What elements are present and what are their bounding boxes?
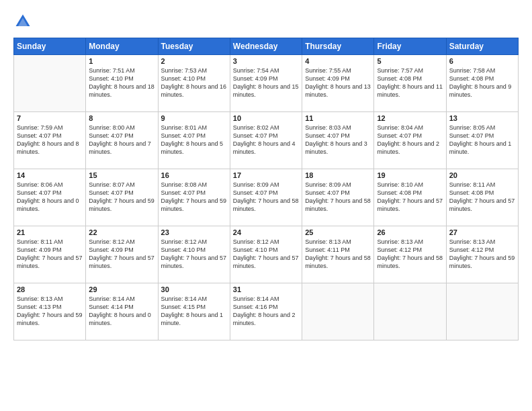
calendar-cell: 4Sunrise: 7:55 AMSunset: 4:09 PMDaylight… — [302, 55, 374, 112]
calendar-cell: 21Sunrise: 8:11 AMSunset: 4:09 PMDayligh… — [14, 226, 86, 283]
day-number: 4 — [305, 57, 371, 65]
cell-sunset: Sunset: 4:09 PM — [89, 246, 154, 254]
cell-daylight: Daylight: 8 hours and 0 minutes. — [89, 311, 154, 327]
calendar-day-header: Sunday — [14, 38, 86, 55]
cell-sunrise: Sunrise: 7:57 AM — [377, 66, 443, 75]
calendar-cell — [374, 283, 446, 340]
cell-daylight: Daylight: 7 hours and 58 minutes. — [305, 197, 371, 213]
day-number: 7 — [17, 114, 83, 122]
cell-sunset: Sunset: 4:12 PM — [377, 246, 443, 254]
cell-sunset: Sunset: 4:07 PM — [233, 132, 299, 140]
cell-sunrise: Sunrise: 8:00 AM — [89, 124, 154, 132]
calendar-cell: 16Sunrise: 8:08 AMSunset: 4:07 PMDayligh… — [158, 169, 230, 226]
cell-sunrise: Sunrise: 8:01 AM — [161, 124, 227, 132]
cell-sunset: Sunset: 4:09 PM — [233, 75, 299, 83]
calendar-day-header: Saturday — [446, 38, 518, 55]
cell-sunrise: Sunrise: 8:08 AM — [161, 181, 227, 189]
calendar-cell: 6Sunrise: 7:58 AMSunset: 4:08 PMDaylight… — [446, 55, 518, 112]
cell-sunset: Sunset: 4:07 PM — [17, 189, 83, 197]
cell-sunrise: Sunrise: 8:02 AM — [233, 124, 299, 132]
calendar-cell: 9Sunrise: 8:01 AMSunset: 4:07 PMDaylight… — [158, 112, 230, 169]
cell-sunrise: Sunrise: 7:59 AM — [17, 124, 83, 132]
cell-sunset: Sunset: 4:07 PM — [305, 132, 371, 140]
calendar-cell: 23Sunrise: 8:12 AMSunset: 4:10 PMDayligh… — [158, 226, 230, 283]
cell-sunrise: Sunrise: 8:05 AM — [449, 124, 515, 132]
cell-sunset: Sunset: 4:08 PM — [449, 75, 515, 83]
calendar-week-row: 1Sunrise: 7:51 AMSunset: 4:10 PMDaylight… — [14, 55, 519, 112]
calendar-cell: 28Sunrise: 8:13 AMSunset: 4:13 PMDayligh… — [14, 283, 86, 340]
calendar-cell: 17Sunrise: 8:09 AMSunset: 4:07 PMDayligh… — [230, 169, 302, 226]
calendar-cell: 12Sunrise: 8:04 AMSunset: 4:07 PMDayligh… — [374, 112, 446, 169]
calendar-cell: 10Sunrise: 8:02 AMSunset: 4:07 PMDayligh… — [230, 112, 302, 169]
day-number: 19 — [377, 171, 443, 179]
cell-sunrise: Sunrise: 8:07 AM — [89, 181, 154, 189]
header — [13, 12, 519, 31]
cell-daylight: Daylight: 8 hours and 18 minutes. — [89, 83, 154, 99]
calendar-cell: 14Sunrise: 8:06 AMSunset: 4:07 PMDayligh… — [14, 169, 86, 226]
cell-sunrise: Sunrise: 8:14 AM — [89, 295, 154, 303]
cell-daylight: Daylight: 8 hours and 2 minutes. — [377, 140, 443, 156]
day-number: 10 — [233, 114, 299, 122]
cell-daylight: Daylight: 8 hours and 8 minutes. — [17, 140, 83, 156]
cell-daylight: Daylight: 7 hours and 59 minutes. — [89, 197, 154, 213]
cell-sunset: Sunset: 4:07 PM — [89, 189, 154, 197]
day-number: 1 — [89, 57, 154, 65]
cell-daylight: Daylight: 7 hours and 57 minutes. — [377, 197, 443, 213]
cell-sunset: Sunset: 4:09 PM — [17, 246, 83, 254]
calendar-day-header: Wednesday — [230, 38, 302, 55]
cell-sunset: Sunset: 4:15 PM — [161, 303, 227, 311]
cell-sunset: Sunset: 4:10 PM — [89, 75, 154, 83]
calendar-cell: 8Sunrise: 8:00 AMSunset: 4:07 PMDaylight… — [86, 112, 158, 169]
cell-sunrise: Sunrise: 8:03 AM — [305, 124, 371, 132]
day-number: 22 — [89, 228, 154, 236]
cell-sunset: Sunset: 4:07 PM — [89, 132, 154, 140]
calendar-cell: 18Sunrise: 8:09 AMSunset: 4:07 PMDayligh… — [302, 169, 374, 226]
cell-daylight: Daylight: 7 hours and 58 minutes. — [305, 254, 371, 270]
cell-daylight: Daylight: 7 hours and 59 minutes. — [449, 254, 515, 270]
day-number: 15 — [89, 171, 154, 179]
cell-daylight: Daylight: 7 hours and 59 minutes. — [17, 311, 83, 327]
cell-sunset: Sunset: 4:14 PM — [89, 303, 154, 311]
day-number: 31 — [233, 285, 299, 293]
day-number: 21 — [17, 228, 83, 236]
cell-daylight: Daylight: 8 hours and 4 minutes. — [233, 140, 299, 156]
cell-sunrise: Sunrise: 8:11 AM — [17, 238, 83, 246]
cell-sunset: Sunset: 4:07 PM — [377, 132, 443, 140]
cell-daylight: Daylight: 8 hours and 2 minutes. — [233, 311, 299, 327]
cell-sunrise: Sunrise: 8:13 AM — [377, 238, 443, 246]
cell-sunset: Sunset: 4:07 PM — [17, 132, 83, 140]
calendar-week-row: 14Sunrise: 8:06 AMSunset: 4:07 PMDayligh… — [14, 169, 519, 226]
calendar-cell: 1Sunrise: 7:51 AMSunset: 4:10 PMDaylight… — [86, 55, 158, 112]
day-number: 11 — [305, 114, 371, 122]
cell-sunset: Sunset: 4:08 PM — [377, 75, 443, 83]
cell-sunrise: Sunrise: 7:53 AM — [161, 66, 227, 75]
day-number: 2 — [161, 57, 227, 65]
cell-sunrise: Sunrise: 8:13 AM — [17, 295, 83, 303]
cell-daylight: Daylight: 8 hours and 1 minute. — [449, 140, 515, 156]
cell-daylight: Daylight: 8 hours and 3 minutes. — [305, 140, 371, 156]
day-number: 3 — [233, 57, 299, 65]
cell-daylight: Daylight: 7 hours and 57 minutes. — [161, 254, 227, 270]
day-number: 6 — [449, 57, 515, 65]
calendar-cell: 3Sunrise: 7:54 AMSunset: 4:09 PMDaylight… — [230, 55, 302, 112]
calendar-cell: 25Sunrise: 8:13 AMSunset: 4:11 PMDayligh… — [302, 226, 374, 283]
calendar-cell: 22Sunrise: 8:12 AMSunset: 4:09 PMDayligh… — [86, 226, 158, 283]
cell-sunrise: Sunrise: 8:14 AM — [161, 295, 227, 303]
cell-daylight: Daylight: 7 hours and 58 minutes. — [377, 254, 443, 270]
cell-sunset: Sunset: 4:08 PM — [377, 189, 443, 197]
cell-daylight: Daylight: 8 hours and 15 minutes. — [233, 83, 299, 99]
day-number: 20 — [449, 171, 515, 179]
logo-icon — [13, 12, 32, 31]
calendar-cell: 13Sunrise: 8:05 AMSunset: 4:07 PMDayligh… — [446, 112, 518, 169]
cell-daylight: Daylight: 8 hours and 9 minutes. — [449, 83, 515, 99]
cell-sunset: Sunset: 4:11 PM — [305, 246, 371, 254]
cell-sunrise: Sunrise: 8:10 AM — [377, 181, 443, 189]
cell-daylight: Daylight: 7 hours and 59 minutes. — [161, 197, 227, 213]
cell-sunrise: Sunrise: 8:14 AM — [233, 295, 299, 303]
calendar-day-header: Tuesday — [158, 38, 230, 55]
cell-sunrise: Sunrise: 7:54 AM — [233, 66, 299, 75]
calendar-cell: 29Sunrise: 8:14 AMSunset: 4:14 PMDayligh… — [86, 283, 158, 340]
calendar-cell — [446, 283, 518, 340]
cell-daylight: Daylight: 7 hours and 57 minutes. — [89, 254, 154, 270]
day-number: 26 — [377, 228, 443, 236]
